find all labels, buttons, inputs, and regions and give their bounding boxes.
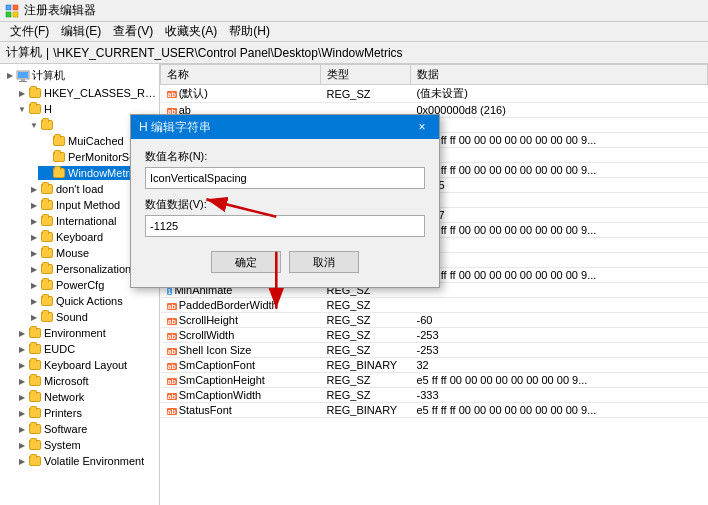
- ab-icon: ab: [167, 318, 177, 325]
- dialog-buttons: 确定 取消: [145, 245, 425, 277]
- table-row[interactable]: abSmCaptionFontREG_BINARY32: [161, 358, 708, 373]
- app-icon: [4, 3, 20, 19]
- menu-edit[interactable]: 编辑(E): [55, 22, 107, 41]
- cell-type: REG_SZ: [321, 85, 411, 103]
- dialog-name-input[interactable]: [145, 167, 425, 189]
- environment-icon: [28, 327, 42, 339]
- tree-label-hkcu: H: [44, 103, 52, 115]
- ab-icon: ab: [167, 378, 177, 385]
- tree-label-volatileenv: Volatile Environment: [44, 455, 144, 467]
- tree-item-keyboardlayout[interactable]: Keyboard Layout: [0, 357, 159, 373]
- tree-label-system: System: [44, 439, 81, 451]
- address-path: \HKEY_CURRENT_USER\Control Panel\Desktop…: [53, 46, 702, 60]
- cell-name: abStatusFont: [161, 403, 321, 418]
- dialog-name-field: 数值名称(N):: [145, 149, 425, 189]
- hkcr-icon: [28, 87, 42, 99]
- tree-item-network[interactable]: Network: [0, 389, 159, 405]
- dialog-cancel-button[interactable]: 取消: [289, 251, 359, 273]
- cell-value: e5 ff ff ff 00 00 00 00 00 00 00 00 9...: [411, 403, 708, 418]
- tree-arrow-software: [16, 423, 28, 435]
- cell-type: REG_SZ: [321, 313, 411, 328]
- edit-string-dialog[interactable]: H 编辑字符串 × 数值名称(N): 数值数据(V): 确定 取消: [130, 114, 440, 288]
- cell-value: -60: [411, 313, 708, 328]
- dialog-data-input[interactable]: [145, 215, 425, 237]
- tree-arrow-environment: [16, 327, 28, 339]
- col-header-type[interactable]: 类型: [321, 65, 411, 85]
- tree-arrow-eudc: [16, 343, 28, 355]
- table-row[interactable]: abScrollHeightREG_SZ-60: [161, 313, 708, 328]
- tree-item-sound[interactable]: Sound: [0, 309, 159, 325]
- menu-view[interactable]: 查看(V): [107, 22, 159, 41]
- cell-value: 1: [411, 253, 708, 268]
- tree-item-eudc[interactable]: EUDC: [0, 341, 159, 357]
- tree-arrow-computer: [4, 70, 16, 82]
- microsoft-icon: [28, 375, 42, 387]
- cell-name: abPaddedBorderWidth: [161, 298, 321, 313]
- tree-item-printers[interactable]: Printers: [0, 405, 159, 421]
- mouse-icon: [40, 247, 54, 259]
- cell-value: (值未设置): [411, 85, 708, 103]
- svg-rect-2: [6, 12, 11, 17]
- svg-rect-7: [19, 81, 27, 82]
- table-row[interactable]: abSmCaptionWidthREG_SZ-333: [161, 388, 708, 403]
- tree-arrow-dontload: [28, 183, 40, 195]
- tree-item-environment[interactable]: Environment: [0, 325, 159, 341]
- cell-value: 32: [411, 358, 708, 373]
- tree-item-hkcr[interactable]: HKEY_CLASSES_ROOT: [0, 85, 159, 101]
- cell-type: REG_SZ: [321, 373, 411, 388]
- tree-arrow-network: [16, 391, 28, 403]
- menu-help[interactable]: 帮助(H): [223, 22, 276, 41]
- control-icon: [40, 119, 54, 131]
- tree-item-quickactions[interactable]: Quick Actions: [0, 293, 159, 309]
- tree-label-printers: Printers: [44, 407, 82, 419]
- dialog-ok-button[interactable]: 确定: [211, 251, 281, 273]
- tree-item-software[interactable]: Software: [0, 421, 159, 437]
- windowmetrics-icon: [52, 167, 66, 179]
- tree-label-powercfg: PowerCfg: [56, 279, 104, 291]
- tree-item-system[interactable]: System: [0, 437, 159, 453]
- table-row[interactable]: abStatusFontREG_BINARYe5 ff ff ff 00 00 …: [161, 403, 708, 418]
- cell-name: abSmCaptionWidth: [161, 388, 321, 403]
- tree-arrow-volatileenv: [16, 455, 28, 467]
- table-row[interactable]: abShell Icon SizeREG_SZ-253: [161, 343, 708, 358]
- table-row[interactable]: abPaddedBorderWidthREG_SZ: [161, 298, 708, 313]
- table-row[interactable]: abScrollWidthREG_SZ-253: [161, 328, 708, 343]
- cell-value: -253: [411, 343, 708, 358]
- cell-type: REG_BINARY: [321, 403, 411, 418]
- ab-icon: ab: [167, 91, 177, 98]
- svg-rect-5: [18, 72, 28, 78]
- tree-arrow-hkcu: [16, 103, 28, 115]
- table-row[interactable]: abSmCaptionHeightREG_SZe5 ff ff 00 00 00…: [161, 373, 708, 388]
- tree-label-keyboard: Keyboard: [56, 231, 103, 243]
- muicached-icon: [52, 135, 66, 147]
- cell-value: -1125: [411, 178, 708, 193]
- tree-arrow-sound: [28, 311, 40, 323]
- cell-value: 0x000000d8 (216): [411, 103, 708, 118]
- main-content: 计算机 HKEY_CLASSES_ROOT H: [0, 64, 708, 505]
- col-header-name[interactable]: 名称: [161, 65, 321, 85]
- tree-arrow-international: [28, 215, 40, 227]
- tree-label-software: Software: [44, 423, 87, 435]
- ab-icon: ab: [167, 303, 177, 310]
- menu-file[interactable]: 文件(F): [4, 22, 55, 41]
- dialog-close-button[interactable]: ×: [413, 118, 431, 136]
- tree-item-volatileenv[interactable]: Volatile Environment: [0, 453, 159, 469]
- tree-label-eudc: EUDC: [44, 343, 75, 355]
- tree-item-microsoft[interactable]: Microsoft: [0, 373, 159, 389]
- quickactions-icon: [40, 295, 54, 307]
- col-header-value[interactable]: 数据: [411, 65, 708, 85]
- tree-arrow-inputmethod: [28, 199, 40, 211]
- svg-rect-1: [13, 5, 18, 10]
- dialog-title-bar: H 编辑字符串 ×: [131, 115, 439, 139]
- table-row[interactable]: ab(默认)REG_SZ(值未设置): [161, 85, 708, 103]
- tree-arrow-microsoft: [16, 375, 28, 387]
- tree-label-mouse: Mouse: [56, 247, 89, 259]
- tree-arrow-powercfg: [28, 279, 40, 291]
- svg-rect-0: [6, 5, 11, 10]
- menu-favorites[interactable]: 收藏夹(A): [159, 22, 223, 41]
- tree-item-computer[interactable]: 计算机: [0, 66, 159, 85]
- hkcu-icon: [28, 103, 42, 115]
- cell-name: ab(默认): [161, 85, 321, 103]
- tree-label-personalization: Personalization: [56, 263, 131, 275]
- cell-value: e5 ff ff ff 00 00 00 00 00 00 00 00 9...: [411, 163, 708, 178]
